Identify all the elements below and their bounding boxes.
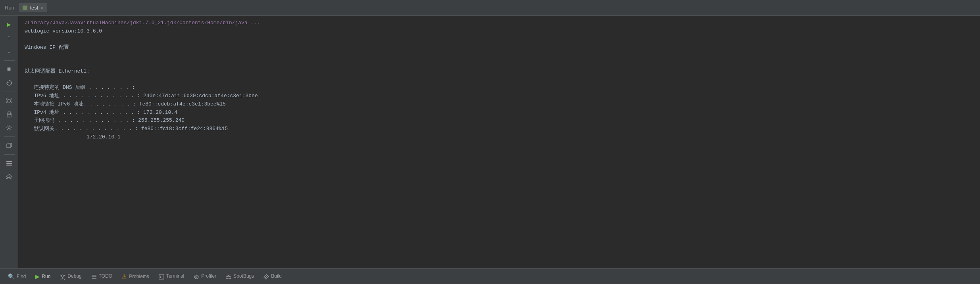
svg-rect-2: [7, 115, 11, 117]
svg-point-20: [227, 276, 230, 279]
svg-point-11: [61, 275, 64, 277]
svg-rect-15: [159, 274, 164, 279]
sidebar-divider-3: [4, 136, 15, 137]
problems-icon: ⚠: [122, 273, 127, 280]
tab-name: test: [30, 5, 38, 11]
svg-rect-14: [92, 278, 96, 279]
profiler-icon: [194, 273, 199, 279]
snapshot-sidebar-btn[interactable]: [3, 94, 15, 107]
svg-rect-6: [7, 144, 11, 148]
settings-sidebar-btn[interactable]: [3, 121, 15, 134]
svg-point-18: [196, 276, 197, 278]
console-line-1: /Library/Java/JavaVirtualMachines/jdk1.7…: [25, 19, 974, 27]
console-line-5: [25, 52, 974, 59]
console-line-4: Windows IP 配置: [25, 44, 974, 52]
svg-point-21: [228, 276, 229, 277]
run-sidebar-btn[interactable]: ▶: [3, 18, 15, 31]
build-label: Build: [271, 273, 282, 279]
build-btn[interactable]: Build: [259, 271, 286, 282]
run-bottom-btn[interactable]: ▶ Run: [31, 271, 55, 282]
profiler-label: Profiler: [201, 273, 216, 279]
spotbugs-label: SpotBugs: [233, 273, 254, 279]
console-line-9: 连接特定的 DNS 后缀 . . . . . . . :: [25, 84, 974, 92]
console-line-11: 本地链接 IPv6 地址. . . . . . . . : fe80::cdcb…: [25, 100, 974, 109]
svg-rect-8: [6, 163, 12, 164]
todo-label: TODO: [99, 273, 112, 279]
find-label: Find: [17, 274, 26, 279]
console-line-13: 子网掩码 . . . . . . . . . . . . : 255.255.2…: [25, 117, 974, 125]
svg-rect-12: [92, 275, 96, 276]
svg-point-5: [8, 127, 10, 129]
tab-close-btn[interactable]: ×: [40, 6, 43, 10]
run-label: Run:: [5, 5, 15, 11]
restore-sidebar-btn[interactable]: [3, 139, 15, 152]
console-line-6: [25, 59, 974, 67]
scroll-down-sidebar-btn[interactable]: ↓: [3, 45, 15, 58]
console-line-7: 以太网适配器 Ethernet1:: [25, 67, 974, 76]
svg-rect-9: [6, 165, 12, 166]
console-area: /Library/Java/JavaVirtualMachines/jdk1.7…: [18, 16, 980, 268]
terminal-label: Terminal: [166, 273, 184, 279]
print-sidebar-btn[interactable]: [3, 108, 15, 121]
bottom-bar: 🔍 Find ▶ Run Debug TODO ⚠ Problems: [0, 268, 980, 284]
stop-sidebar-btn[interactable]: ■: [3, 63, 15, 76]
svg-rect-3: [8, 112, 10, 113]
run-icon: ▶: [35, 273, 40, 280]
layout-sidebar-btn[interactable]: [3, 157, 15, 170]
svg-line-24: [230, 278, 231, 279]
console-line-8: [25, 76, 974, 84]
terminal-icon: [159, 273, 164, 279]
console-line-12: IPv4 地址 . . . . . . . . . . . . : 172.20…: [25, 109, 974, 117]
todo-icon: [91, 273, 97, 279]
scroll-up-sidebar-btn[interactable]: ↑: [3, 32, 15, 44]
tab-icon: [23, 6, 27, 10]
sidebar-divider-1: [4, 60, 15, 61]
run-label: Run: [42, 274, 50, 279]
console-line-2: weblogic version:10.3.6.0: [25, 27, 974, 36]
problems-btn[interactable]: ⚠ Problems: [117, 271, 154, 282]
find-icon: 🔍: [8, 273, 15, 280]
console-line-15: 172.20.10.1: [25, 133, 974, 142]
sidebar-divider-4: [4, 154, 15, 155]
sidebar-divider-2: [4, 92, 15, 92]
svg-line-25: [226, 276, 227, 277]
profiler-btn[interactable]: Profiler: [189, 271, 221, 282]
svg-marker-0: [7, 81, 9, 83]
pin-sidebar-btn[interactable]: [3, 171, 15, 183]
debug-label: Debug: [67, 273, 81, 279]
svg-point-4: [10, 114, 11, 115]
rerun-sidebar-btn[interactable]: [3, 77, 15, 89]
console-line-10: IPv6 地址 . . . . . . . . . . . . : 240e:4…: [25, 92, 974, 100]
terminal-btn[interactable]: Terminal: [154, 271, 189, 282]
svg-point-1: [8, 99, 11, 102]
svg-rect-13: [92, 276, 96, 277]
find-btn[interactable]: 🔍 Find: [3, 271, 31, 282]
console-line-14: 默认网关. . . . . . . . . . . . . : fe80::fc…: [25, 125, 974, 133]
svg-line-23: [226, 278, 227, 279]
top-bar: Run: test ×: [0, 0, 980, 16]
main-area: ▶ ↑ ↓ ■: [0, 16, 980, 268]
spotbugs-icon: [226, 273, 231, 279]
svg-point-22: [229, 276, 230, 277]
run-tab[interactable]: test ×: [19, 3, 47, 12]
spotbugs-btn[interactable]: SpotBugs: [221, 271, 259, 282]
console-line-3: [25, 36, 974, 44]
debug-icon: [60, 273, 65, 279]
svg-line-26: [230, 276, 231, 277]
build-icon: [263, 273, 269, 279]
svg-rect-7: [6, 161, 12, 162]
problems-label: Problems: [129, 274, 149, 279]
debug-btn[interactable]: Debug: [55, 271, 86, 282]
sidebar: ▶ ↑ ↓ ■: [0, 16, 18, 268]
todo-btn[interactable]: TODO: [86, 271, 117, 282]
